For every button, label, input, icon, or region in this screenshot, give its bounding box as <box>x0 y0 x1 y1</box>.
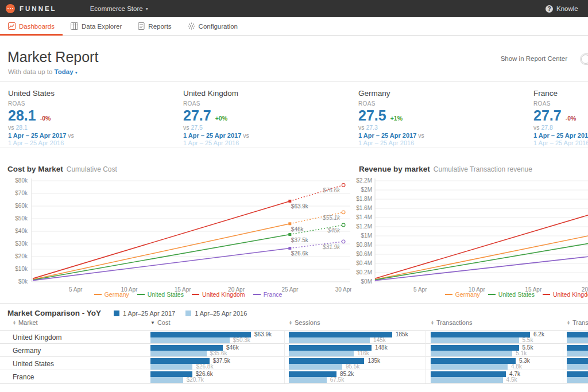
row-market-name: United Kingdom <box>13 333 61 341</box>
kpi-market: United States <box>8 89 177 98</box>
svg-text:$60k: $60k <box>15 203 28 209</box>
svg-text:$63.9k: $63.9k <box>291 203 309 209</box>
section-divider <box>0 303 588 304</box>
kpi-vs: vs 27.8 <box>533 124 588 131</box>
table-row: United Kingdom $63.9k $50.3k 185k 145k 6… <box>0 330 588 344</box>
table-icon <box>71 22 78 30</box>
svg-text:$70k: $70k <box>15 190 28 196</box>
bar-2017: $63.9k <box>150 332 251 337</box>
column-divider <box>563 330 563 383</box>
kpi-metric: ROAS <box>358 100 528 107</box>
comparison-title: Market Comparison - YoY <box>7 309 101 317</box>
top-bar: FUNNEL Ecommerce Store ▾ ? Knowle <box>0 0 588 17</box>
tab-label: Configuration <box>199 23 238 30</box>
svg-text:$40k: $40k <box>15 228 28 234</box>
kpi-value: 28.1 <box>8 107 36 124</box>
tab-data-explorer[interactable]: Data Explorer <box>63 17 130 35</box>
legend-item-united-states[interactable]: United States <box>137 291 184 298</box>
legend-item-united-states[interactable]: United States <box>488 291 535 298</box>
report-center-label: Show in Report Center <box>501 55 567 62</box>
bar-2017: $26.6k <box>150 371 192 377</box>
legend-item-united-kingdom[interactable]: United Kingdom <box>192 291 245 298</box>
svg-text:$0.4M: $0.4M <box>356 260 372 266</box>
kpi-value: 27.7 <box>533 107 562 124</box>
bar-2016 <box>567 337 588 343</box>
kpi-market: France <box>533 89 588 98</box>
column-header-sessions[interactable]: ▲▼Sessions <box>289 319 320 326</box>
kpi-period-current: 1 Apr – 25 Apr 2017 vs <box>8 132 177 139</box>
bar-2017: 185k <box>289 332 392 337</box>
workspace-selector[interactable]: Ecommerce Store ▾ <box>90 5 148 12</box>
legend-dash-icon <box>94 294 102 295</box>
table-row: Germany $46k $35.6k 148k 116k 5.5k 5.1k <box>0 343 588 357</box>
svg-text:$0.2M: $0.2M <box>356 269 372 275</box>
bar-2017 <box>567 371 588 377</box>
kpi-row: United States ROAS 28.1-0% vs 28.1 1 Apr… <box>0 81 588 148</box>
chevron-down-icon: ▾ <box>75 70 78 75</box>
svg-text:$37.5k: $37.5k <box>291 237 309 243</box>
knowledge-link[interactable]: ? Knowle <box>546 0 588 17</box>
knowledge-label: Knowle <box>556 5 578 12</box>
kpi-card-united-kingdom: United Kingdom ROAS 27.7+0% vs 27.5 1 Ap… <box>183 89 353 146</box>
tab-label: Reports <box>148 23 171 30</box>
brand-logo[interactable]: FUNNEL <box>6 4 57 13</box>
bar-2017: 5.5k <box>431 345 519 351</box>
tab-dashboards[interactable]: Dashboards <box>0 17 63 35</box>
legend-dash-icon <box>192 294 199 295</box>
bar-2016: 5.5k <box>431 337 519 343</box>
bar-2016: 116k <box>289 351 354 356</box>
tab-reports[interactable]: Reports <box>130 17 179 35</box>
kpi-delta: -0% <box>566 115 577 122</box>
column-divider <box>425 330 425 383</box>
kpi-vs: vs 27.3 <box>358 124 528 131</box>
kpi-metric: ROAS <box>8 100 177 107</box>
legend-item-germany[interactable]: Germany <box>445 291 480 298</box>
bar-2017: 6.2k <box>431 332 530 337</box>
workspace-name: Ecommerce Store <box>90 5 143 12</box>
kpi-metric: ROAS <box>183 100 353 107</box>
legend-2016: 1 Apr–25 Apr 2016 <box>185 310 247 317</box>
svg-text:$0.6M: $0.6M <box>356 251 372 257</box>
tab-label: Dashboards <box>19 23 55 30</box>
column-header-transaction-revenue[interactable]: ▲▼Transac <box>567 319 588 326</box>
legend-2017: 1 Apr–25 Apr 2017 <box>114 310 175 317</box>
svg-text:$2M: $2M <box>361 187 372 193</box>
cost-chart-subtitle: Cumulative Cost <box>67 165 117 173</box>
revenue-by-market-chart: $0M$0.2M$0.4M$0.6M$0.8M$1M$1.2M$1.4M$1.6… <box>356 175 588 297</box>
kpi-period-previous: 1 Apr – 25 Apr 2016 <box>8 139 177 146</box>
bar-2016 <box>567 364 588 370</box>
bar-2017: 5.3k <box>431 358 516 364</box>
bar-2016: 4.5k <box>431 377 503 383</box>
kpi-card-united-states: United States ROAS 28.1-0% vs 28.1 1 Apr… <box>8 89 177 146</box>
data-up-to-prefix: With data up to <box>8 68 52 75</box>
table-bottom-divider <box>0 383 588 384</box>
column-header-transactions[interactable]: ▲▼Transactions <box>431 319 473 326</box>
bar-2016: $26.8k <box>150 364 192 370</box>
bar-2017 <box>567 332 588 337</box>
kpi-period-previous: 1 Apr – 25 Apr 2016 <box>358 139 528 146</box>
column-header-market[interactable]: ▲▼Market <box>13 319 38 326</box>
cost-chart-title: Cost by MarketCumulative Cost <box>7 165 117 173</box>
svg-text:$20k: $20k <box>15 253 28 259</box>
bar-2017 <box>567 345 588 351</box>
data-up-to-selector[interactable]: Today ▾ <box>55 68 78 75</box>
svg-text:$46k: $46k <box>291 226 304 232</box>
report-center-toggle[interactable] <box>580 53 588 65</box>
legend-item-germany[interactable]: Germany <box>94 291 129 298</box>
kpi-delta: +1% <box>390 115 403 122</box>
tab-configuration[interactable]: Configuration <box>180 17 246 35</box>
svg-text:$45k: $45k <box>327 227 341 234</box>
comparison-legend: 1 Apr–25 Apr 2017 1 Apr–25 Apr 2016 <box>114 310 247 317</box>
legend-item-united-kingdom[interactable]: United Kingdom <box>543 291 588 298</box>
kpi-period-current: 1 Apr – 25 Apr 2017 vs <box>358 132 528 139</box>
column-header-cost[interactable]: ▼Cost <box>150 319 171 326</box>
kpi-delta: +0% <box>215 115 227 122</box>
svg-text:$0.8M: $0.8M <box>356 242 372 248</box>
kpi-vs: vs 28.1 <box>8 124 177 131</box>
bar-2017: $37.5k <box>150 358 210 364</box>
bar-2017: 135k <box>289 358 364 364</box>
legend-item-france[interactable]: France <box>253 291 283 298</box>
kpi-card-germany: Germany ROAS 27.5+1% vs 27.3 1 Apr – 25 … <box>358 89 528 146</box>
legend-swatch-2017 <box>114 311 119 316</box>
bar-2016 <box>567 351 588 356</box>
